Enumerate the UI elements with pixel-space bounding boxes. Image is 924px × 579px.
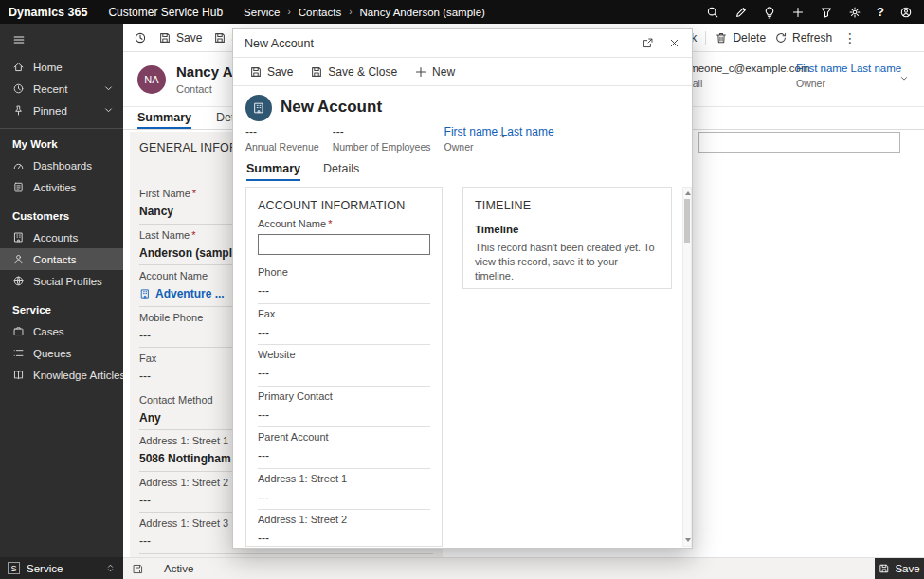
dialog-save-button[interactable]: Save	[249, 65, 293, 79]
field-parent-account[interactable]: Parent Account ---	[258, 427, 430, 469]
delete-label: Delete	[733, 31, 766, 45]
timeline-search-box[interactable]	[698, 132, 900, 153]
chevron-up-down-icon[interactable]	[105, 563, 116, 573]
field-address1-street2[interactable]: Address 1: Street 2 ---	[258, 510, 430, 547]
refresh-button[interactable]: Refresh	[774, 31, 832, 45]
sidebar-item-accounts[interactable]: Accounts	[0, 226, 123, 248]
field-address1-street1[interactable]: Address 1: Street 1 ---	[258, 469, 430, 511]
edit-icon[interactable]	[734, 6, 748, 19]
pin-icon	[12, 104, 25, 117]
breadcrumb-record[interactable]: Nancy Anderson (sample)	[360, 7, 485, 18]
timeline-empty-message: This record hasn't been created yet. To …	[475, 241, 660, 283]
app-name[interactable]: Customer Service Hub	[108, 6, 223, 19]
dialog-new-button[interactable]: New	[414, 65, 455, 79]
sidebar-item-recent[interactable]: Recent	[0, 78, 123, 100]
dynamics-365-logo[interactable]: Dynamics 365	[9, 6, 87, 19]
email-value[interactable]: someone_c@example.com	[678, 63, 810, 74]
sidebar-item-social-profiles[interactable]: Social Profiles	[0, 270, 123, 292]
delete-button[interactable]: Delete	[715, 31, 766, 45]
breadcrumb-contacts[interactable]: Contacts	[299, 7, 341, 18]
dialog-body: ACCOUNT INFORMATION Account Name Phone -…	[233, 181, 692, 550]
field-value: ---	[258, 532, 430, 545]
search-icon[interactable]	[706, 6, 719, 19]
filter-icon[interactable]	[820, 6, 833, 19]
dialog-scrollbar[interactable]	[682, 187, 692, 547]
close-icon[interactable]	[668, 37, 680, 49]
field-label: Number of Employees	[333, 141, 431, 153]
sidebar-item-label: Recent	[33, 83, 67, 95]
breadcrumb-service[interactable]: Service	[244, 7, 280, 18]
field-value: ---	[258, 449, 430, 462]
field-label: Parent Account	[258, 431, 430, 443]
book-icon	[12, 369, 25, 381]
header-owner-field[interactable]: First name Last name Owner	[796, 63, 901, 89]
person-icon	[12, 253, 25, 265]
header-expand-chevron-icon[interactable]	[498, 131, 509, 142]
sidebar-item-label: Cases	[33, 326, 64, 337]
save-button[interactable]: Save	[158, 31, 202, 45]
sidebar-group-my-work: My Work	[0, 134, 123, 154]
help-icon[interactable]: ?	[877, 6, 884, 19]
avatar: NA	[137, 65, 166, 94]
header-annual-revenue-field[interactable]: --- Annual Revenue	[245, 125, 319, 153]
building-icon	[12, 231, 25, 244]
dialog-tab-details[interactable]: Details	[323, 162, 359, 181]
owner-value[interactable]: First name Last name	[796, 63, 901, 74]
sidebar-item-cases[interactable]: Cases	[0, 320, 123, 342]
save-status-icon	[132, 563, 144, 575]
header-employees-field[interactable]: --- Number of Employees	[333, 125, 431, 153]
field-phone[interactable]: Phone ---	[258, 262, 430, 304]
account-person-icon[interactable]	[899, 6, 913, 19]
chevron-down-icon[interactable]	[102, 82, 115, 95]
quick-create-icon[interactable]	[791, 6, 805, 19]
timeline-subtitle: Timeline	[475, 224, 660, 235]
field-account-name[interactable]: Account Name	[258, 216, 430, 255]
clock-icon	[12, 82, 25, 95]
footer-save-button[interactable]: Save	[875, 558, 924, 579]
sidebar-item-label: Queues	[33, 348, 71, 359]
save-status-history-icon[interactable]	[134, 31, 147, 45]
refresh-label: Refresh	[792, 31, 832, 45]
settings-gear-icon[interactable]	[848, 6, 861, 19]
header-expand-chevron-icon[interactable]	[898, 73, 910, 84]
account-name-input[interactable]	[258, 234, 430, 255]
record-status: Active	[164, 563, 193, 574]
sidebar-item-label: Accounts	[33, 232, 78, 244]
field-value: ---	[333, 125, 431, 138]
chevron-down-icon[interactable]	[102, 104, 115, 117]
dialog-command-bar: Save Save & Close New	[233, 58, 692, 86]
field-fax[interactable]: Fax ---	[258, 304, 430, 346]
lightbulb-icon[interactable]	[763, 6, 776, 19]
screen: Dynamics 365 Customer Service Hub Servic…	[0, 0, 924, 579]
field-value: ---	[258, 367, 430, 380]
account-entity-badge	[245, 95, 272, 121]
save-label: Save	[176, 31, 202, 45]
sidebar-item-dashboards[interactable]: Dashboards	[0, 154, 123, 176]
sidebar-item-contacts[interactable]: Contacts	[0, 248, 123, 270]
scrollbar-thumb[interactable]	[684, 199, 690, 243]
sidebar-item-queues[interactable]: Queues	[0, 342, 123, 364]
popout-icon[interactable]	[642, 37, 654, 49]
field-website[interactable]: Website ---	[258, 345, 430, 387]
sidebar-item-label: Home	[33, 62, 63, 73]
more-commands-button[interactable]: ⋮	[841, 30, 860, 45]
scroll-down-arrow-icon[interactable]	[685, 538, 691, 542]
sidebar-item-activities[interactable]: Activities	[0, 176, 123, 198]
sidebar-item-pinned[interactable]: Pinned	[0, 100, 123, 121]
timeline-section: TIMELINE Timeline This record hasn't bee…	[462, 187, 672, 289]
trash-icon	[715, 31, 728, 45]
dialog-tab-summary[interactable]: Summary	[246, 162, 300, 181]
command-divider	[705, 31, 706, 45]
field-label: Account Name	[258, 218, 430, 229]
area-switcher[interactable]: S Service	[0, 557, 123, 579]
scroll-up-arrow-icon[interactable]	[685, 191, 691, 195]
header-email-field[interactable]: someone_c@example.com Email	[678, 63, 810, 89]
field-primary-contact[interactable]: Primary Contact ---	[258, 387, 430, 428]
dialog-save-and-close-button[interactable]: Save & Close	[310, 65, 397, 79]
sitemap-toggle[interactable]	[0, 24, 123, 56]
sidebar-item-knowledge-articles[interactable]: Knowledge Articles	[0, 364, 123, 386]
tab-summary[interactable]: Summary	[137, 111, 191, 129]
field-value: ---	[258, 408, 430, 422]
save-close-icon	[310, 65, 323, 79]
sidebar-item-home[interactable]: Home	[0, 56, 123, 78]
